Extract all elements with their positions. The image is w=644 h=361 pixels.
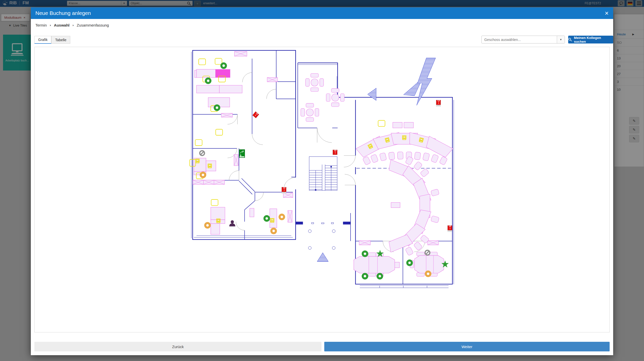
orange-circle-marker[interactable] [205,223,210,228]
search-icon [568,38,572,41]
new-booking-dialog: Neue Buchung anlegen × Termin › Auswahl … [31,7,613,355]
green-circle-marker[interactable] [363,252,367,256]
search-colleagues-label: Meinen Kollegen suchen [574,36,613,43]
dialog-footer: Zurück Weiter [34,342,610,351]
fire-extinguisher-marker [436,100,441,106]
tab-tabelle[interactable]: Tabelle [51,36,70,44]
breadcrumb-termin[interactable]: Termin [35,23,47,27]
fire-extinguisher-marker [282,187,286,193]
back-button[interactable]: Zurück [34,342,321,351]
breadcrumb-zusammenfassung[interactable]: Zusammenfassung [77,23,109,27]
person-marker [229,220,235,226]
exit-sign-marker [239,149,245,157]
desk[interactable] [197,85,219,93]
green-circle-marker[interactable] [215,105,219,110]
round-table[interactable] [301,103,319,122]
breadcrumb-separator-icon: › [50,23,51,27]
conference-table[interactable] [415,256,444,273]
search-colleagues-button[interactable]: Meinen Kollegen suchen [568,36,613,43]
desk-selected[interactable] [216,69,230,77]
desk[interactable] [211,207,225,220]
view-tabs: Grafik Tabelle [34,36,70,44]
next-button[interactable]: Weiter [324,342,610,351]
green-circle-marker[interactable] [407,261,412,265]
round-table[interactable] [326,88,344,107]
dialog-header: Neue Buchung anlegen × [31,7,613,19]
orange-circle-marker[interactable] [426,272,430,276]
select-dropdown-arrow[interactable]: ▼ [557,36,565,43]
orange-circle-marker[interactable] [280,215,284,219]
tab-grafik[interactable]: Grafik [34,36,51,44]
floor-select[interactable]: Geschoss auswählen... ▼ [481,36,565,43]
breadcrumb: Termin › Auswahl › Zusammenfassung [35,23,109,27]
green-circle-marker[interactable] [206,78,211,83]
stairs [309,156,337,191]
fire-extinguisher-marker [252,111,259,118]
floorplan-svg[interactable] [166,49,483,332]
triangle-symbol-icon [317,253,328,262]
no-sign-marker [425,250,430,255]
desk[interactable] [197,69,216,77]
desk[interactable] [211,223,220,234]
green-circle-marker[interactable] [363,274,367,278]
screen: RIB FM Klasse... ▼ Objekt... + erweitert… [0,0,644,361]
fire-extinguisher-marker [333,149,337,154]
green-circle-marker[interactable] [264,216,269,221]
orange-circle-marker[interactable] [201,173,205,177]
floor-select-placeholder: Geschoss auswählen... [484,38,521,42]
green-circle-marker[interactable] [221,63,226,68]
desk[interactable] [219,85,242,93]
floorplan-viewport[interactable] [34,47,610,332]
breadcrumb-auswahl[interactable]: Auswahl [54,23,70,27]
dialog-title: Neue Buchung anlegen [35,10,91,16]
breadcrumb-separator-icon: › [73,23,74,27]
no-sign-marker [200,151,204,155]
fire-extinguisher-marker [448,225,452,232]
green-circle-marker[interactable] [378,274,382,278]
conference-table[interactable] [354,256,395,273]
round-table[interactable] [306,73,324,92]
close-icon[interactable]: × [605,10,609,16]
north-arrow-icon [417,58,436,105]
direction-arrow-icon [367,88,376,100]
orange-circle-marker[interactable] [271,229,276,233]
